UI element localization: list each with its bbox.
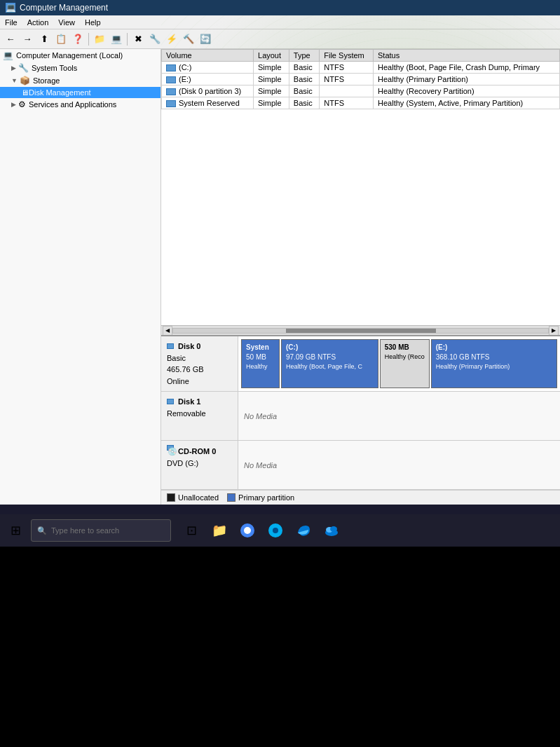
cell-volume: (C:) xyxy=(162,62,254,74)
col-status[interactable]: Status xyxy=(374,50,560,62)
col-layout[interactable]: Layout xyxy=(254,50,289,62)
cell-type: Basic xyxy=(289,74,319,85)
cell-layout: Simple xyxy=(254,97,289,109)
sidebar-item-system-tools[interactable]: ▶ 🔧 System Tools xyxy=(0,62,161,74)
volume-icon xyxy=(166,100,176,107)
disk1-no-media: No Media xyxy=(244,409,277,423)
cell-volume: System Reserved xyxy=(162,97,254,109)
cell-layout: Simple xyxy=(254,62,289,74)
partition-system-reserved[interactable]: Systen 50 MB Healthy xyxy=(241,339,280,388)
legend-primary-label: Primary partition xyxy=(238,493,294,502)
separator xyxy=(88,33,89,46)
col-type[interactable]: Type xyxy=(289,50,319,62)
disk0-label: Disk 0 Basic 465.76 GB Online xyxy=(161,336,238,391)
system-tools-icon: 🔧 xyxy=(18,63,29,73)
col-filesystem[interactable]: File System xyxy=(320,50,374,62)
scroll-right[interactable]: ▶ xyxy=(549,326,559,336)
legend-bar: Unallocated Primary partition xyxy=(161,490,560,505)
show-hide-button[interactable]: 📋 xyxy=(53,32,69,47)
forward-button[interactable]: → xyxy=(20,32,35,47)
properties-button[interactable]: 🔧 xyxy=(147,32,163,47)
app-icon: 💻 xyxy=(6,3,15,13)
search-bar[interactable]: 🔍 xyxy=(31,519,171,542)
cell-status: Healthy (Boot, Page File, Crash Dump, Pr… xyxy=(374,62,560,74)
menu-action[interactable]: Action xyxy=(25,18,51,27)
help2-button[interactable]: ⚡ xyxy=(164,32,179,47)
cell-status: Healthy (Primary Partition) xyxy=(374,74,560,85)
taskbar-chrome[interactable] xyxy=(235,519,259,542)
cdrom0-no-media: No Media xyxy=(244,458,277,472)
taskbar-onedrive[interactable] xyxy=(320,519,343,542)
volume-table-area[interactable]: Volume Layout Type File System Status (C… xyxy=(161,49,560,325)
disk0-partitions: Systen 50 MB Healthy (C:) 97.09 GB NTFS … xyxy=(238,336,560,391)
taskbar-icon2[interactable] xyxy=(264,519,287,542)
menu-bar: File Action View Help xyxy=(0,15,560,29)
cell-type: Basic xyxy=(289,97,319,109)
volume-table: Volume Layout Type File System Status (C… xyxy=(161,49,560,109)
table-scrollbar[interactable]: ◀ ▶ xyxy=(161,325,560,335)
menu-help[interactable]: Help xyxy=(83,18,103,27)
disk0-row: Disk 0 Basic 465.76 GB Online Systen 50 … xyxy=(161,336,560,392)
help-button[interactable]: ❓ xyxy=(70,32,86,47)
legend-unallocated: Unallocated xyxy=(167,493,219,502)
disk1-label: Disk 1 Removable xyxy=(161,392,238,440)
delete-button[interactable]: ✖ xyxy=(130,32,146,47)
sidebar-item-storage[interactable]: ▼ 📦 Storage xyxy=(0,74,161,87)
scroll-thumb[interactable] xyxy=(286,329,436,333)
partition-recovery[interactable]: 530 MB Healthy (Reco xyxy=(380,339,430,388)
legend-unallocated-label: Unallocated xyxy=(178,493,219,502)
col-volume[interactable]: Volume xyxy=(162,50,254,62)
table-row[interactable]: (C:) Simple Basic NTFS Healthy (Boot, Pa… xyxy=(162,62,560,74)
volume-icon xyxy=(166,64,176,71)
start-button[interactable]: ⊞ xyxy=(3,518,28,543)
sidebar-label-services-apps: Services and Applications xyxy=(29,100,116,109)
unallocated-color xyxy=(167,493,175,502)
sidebar: 💻 Computer Management (Local) ▶ 🔧 System… xyxy=(0,49,161,505)
title-bar: 💻 Computer Management xyxy=(0,0,560,15)
expand-icon: ▶ xyxy=(11,64,16,71)
volume-icon xyxy=(166,88,176,95)
scroll-left[interactable]: ◀ xyxy=(163,326,172,336)
taskbar-edge[interactable] xyxy=(292,519,315,542)
computer-button[interactable]: 💻 xyxy=(109,32,124,47)
cell-type: Basic xyxy=(289,85,319,97)
toolbar: ← → ⬆ 📋 ❓ 📁 💻 ✖ 🔧 ⚡ 🔨 🔄 xyxy=(0,29,560,49)
disk1-icon xyxy=(167,399,174,404)
cell-fs: NTFS xyxy=(320,97,374,109)
cell-fs: NTFS xyxy=(320,74,374,85)
cell-fs: NTFS xyxy=(320,62,374,74)
legend-primary: Primary partition xyxy=(227,493,294,502)
window-title: Computer Management xyxy=(20,3,108,13)
table-row[interactable]: System Reserved Simple Basic NTFS Health… xyxy=(162,97,560,109)
sidebar-item-services-apps[interactable]: ▶ ⚙ Services and Applications xyxy=(0,98,161,111)
search-input[interactable] xyxy=(51,526,163,535)
taskbar-task-view[interactable]: ⊡ xyxy=(179,519,203,542)
disk1-partitions: No Media xyxy=(238,392,560,440)
tools-button[interactable]: 🔨 xyxy=(181,32,196,47)
taskbar-file-explorer[interactable]: 📁 xyxy=(207,519,231,542)
cell-volume: (E:) xyxy=(162,74,254,85)
back-button[interactable]: ← xyxy=(3,32,18,47)
scroll-track[interactable] xyxy=(172,328,549,334)
refresh-button[interactable]: 🔄 xyxy=(198,32,213,47)
sidebar-item-disk-management[interactable]: 🖥 Disk Management xyxy=(0,87,161,98)
sidebar-label-disk-management: Disk Management xyxy=(29,88,91,97)
menu-view[interactable]: View xyxy=(56,18,77,27)
cell-volume: (Disk 0 partition 3) xyxy=(162,85,254,97)
partition-e-drive[interactable]: (E:) 368.10 GB NTFS Healthy (Primary Par… xyxy=(431,339,557,388)
sidebar-label-computer-management: Computer Management (Local) xyxy=(16,51,123,60)
disk0-icon xyxy=(167,343,174,349)
right-panel: Volume Layout Type File System Status (C… xyxy=(161,49,560,505)
folder-button[interactable]: 📁 xyxy=(92,32,107,47)
cdrom0-row: 💿 CD-ROM 0 DVD (G:) No Media xyxy=(161,441,560,490)
sidebar-item-computer-management[interactable]: 💻 Computer Management (Local) xyxy=(0,49,161,62)
partition-c-drive[interactable]: (C:) 97.09 GB NTFS Healthy (Boot, Page F… xyxy=(281,339,378,388)
sidebar-label-system-tools: System Tools xyxy=(32,64,77,72)
up-button[interactable]: ⬆ xyxy=(36,32,52,47)
table-row[interactable]: (E:) Simple Basic NTFS Healthy (Primary … xyxy=(162,74,560,85)
storage-icon: 📦 xyxy=(20,76,30,85)
table-row[interactable]: (Disk 0 partition 3) Simple Basic Health… xyxy=(162,85,560,97)
services-icon: ⚙ xyxy=(18,100,26,109)
cell-fs xyxy=(320,85,374,97)
menu-file[interactable]: File xyxy=(3,18,20,27)
